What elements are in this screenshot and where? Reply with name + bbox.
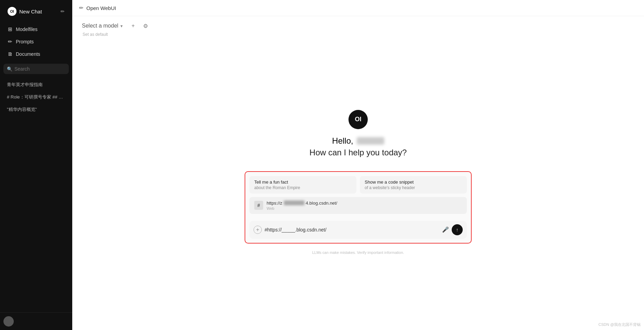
hello-text: Hello, [332,136,384,146]
prompt-card-2[interactable]: Show me a code snippet of a website's st… [360,176,467,194]
sidebar-item-prompts[interactable]: ✏ Prompts [3,36,69,48]
chat-history-item[interactable]: "精华内容概览" [3,104,69,115]
chat-history-item[interactable]: 青年英才申报指南 [3,79,69,91]
search-input[interactable] [14,66,65,72]
oi-logo: OI [8,7,17,16]
chat-input[interactable] [265,227,439,233]
sidebar-resize-handle[interactable] [71,0,72,330]
model-label: Select a model [82,23,118,29]
sidebar-nav: ⊞ Modelfiles ✏ Prompts 🗎 Documents [0,22,72,62]
blurred-url-part [284,200,304,205]
url-ref-info: https://z4.blog.csdn.net/ Web [267,200,462,210]
sidebar-item-label: Prompts [16,39,34,44]
mic-button[interactable]: 🎤 [442,226,449,233]
modelfiles-icon: ⊞ [7,26,13,32]
model-select-button[interactable]: Select a model ▾ [79,21,126,30]
footer-note: LLMs can make mistakes. Verify important… [245,248,472,257]
attach-button[interactable]: + [254,226,262,234]
help-text: How can I help you today? [310,148,407,157]
prompt-title-1: Tell me a fun fact [254,179,352,185]
url-text: https://z4.blog.csdn.net/ [267,200,462,206]
prompts-icon: ✏ [7,39,13,45]
topbar-title: Open WebUI [86,5,116,11]
blurred-username [357,137,384,145]
prompt-card-1[interactable]: Tell me a fun fact about the Roman Empir… [249,176,356,194]
chat-history-item[interactable]: # Role：可研撰号专家 ## Backgrou [3,91,69,103]
add-model-button[interactable]: + [128,21,138,31]
sidebar-item-label: Modelfiles [16,27,37,32]
new-chat-button[interactable]: OI New Chat ✏ [3,3,69,19]
send-button[interactable]: ↑ [452,224,463,235]
sidebar-item-documents[interactable]: 🗎 Documents [3,48,69,60]
documents-icon: 🗎 [7,51,13,57]
prompt-subtitle-1: about the Roman Empire [254,185,352,190]
topbar-edit-icon: ✏ [79,5,84,11]
csdn-watermark: CSDN @我在北国不背锅 [599,322,641,327]
welcome-logo: OI [348,110,368,129]
chat-area: OI Hello, How can I help you today? Tell… [72,40,644,330]
chat-history: 青年英才申报指南 # Role：可研撰号专家 ## Backgrou "精华内容… [0,78,72,312]
sidebar-item-modelfiles[interactable]: ⊞ Modelfiles [3,23,69,35]
set-default-label: Set as default [79,32,637,37]
new-chat-label: New Chat [19,9,42,14]
sidebar-top: OI New Chat ✏ [0,0,72,22]
prompt-title-2: Show me a code snippet [365,179,462,185]
edit-icon[interactable]: ✏ [61,9,65,14]
url-type-label: Web [267,206,462,210]
main-content: ✏ Open WebUI Select a model ▾ + ⚙ Set as… [72,0,644,330]
input-area: Tell me a fun fact about the Roman Empir… [238,171,479,261]
avatar [3,316,14,327]
sidebar: OI New Chat ✏ ⊞ Modelfiles ✏ Prompts 🗎 D… [0,0,72,330]
search-icon: 🔍 [7,66,12,72]
settings-button[interactable]: ⚙ [141,21,150,31]
hash-icon: # [254,201,263,210]
search-box[interactable]: 🔍 [3,64,69,74]
sidebar-bottom [0,312,72,330]
prompt-suggestions: Tell me a fun fact about the Roman Empir… [245,171,472,244]
sidebar-item-label: Documents [16,51,40,57]
chevron-down-icon: ▾ [120,23,123,29]
topbar: ✏ Open WebUI [72,0,644,16]
prompt-subtitle-2: of a website's sticky header [365,185,462,190]
url-reference: # https://z4.blog.csdn.net/ Web [249,197,467,214]
model-bar: Select a model ▾ + ⚙ Set as default [72,16,644,40]
model-select-row: Select a model ▾ + ⚙ [79,21,637,31]
text-input-row: + 🎤 ↑ [249,221,467,239]
